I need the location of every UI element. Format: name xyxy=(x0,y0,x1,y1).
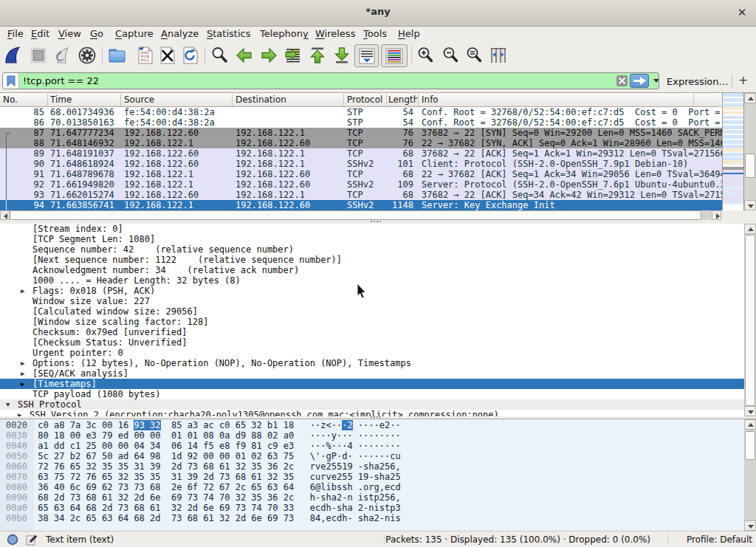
expander-icon[interactable]: ▶ xyxy=(21,379,32,389)
hex-row[interactable]: 0050 5c 27 b2 67 50 ad 64 98 1d 92 00 00… xyxy=(0,451,756,461)
column-header-protocol[interactable]: Protocol xyxy=(347,94,382,105)
detail-row-options[interactable]: ▶Options: (12 bytes), No-Operation (NOP)… xyxy=(0,358,756,368)
packet-row-85[interactable]: 8568.001734936fe:54:00:d4:38:2aSTP54Conf… xyxy=(0,107,722,117)
detail-row[interactable]: Checksum: 0x79ed [unverified] xyxy=(0,327,756,337)
packet-row-90[interactable]: 9071.648618924192.168.122.60192.168.122.… xyxy=(0,159,722,169)
first-packet-icon[interactable] xyxy=(308,46,327,65)
menu-capture[interactable]: Capture xyxy=(115,28,154,39)
start-capture-icon[interactable] xyxy=(4,46,23,65)
detail-row[interactable]: Sequence number: 42 (relative sequence n… xyxy=(0,244,756,255)
last-packet-icon[interactable] xyxy=(332,46,351,65)
hex-row[interactable]: 0040 a1 dd c1 25 00 00 04 34 06 14 f5 e8… xyxy=(0,441,756,451)
packet-row-89[interactable]: 8971.648191037192.168.122.60192.168.122.… xyxy=(0,148,722,159)
expression-button[interactable]: Expression… xyxy=(667,76,729,87)
detail-row[interactable]: [Calculated window size: 29056] xyxy=(0,306,756,317)
menu-tools[interactable]: Tools xyxy=(363,28,387,39)
detail-row[interactable]: TCP payload (1080 bytes) xyxy=(0,389,756,399)
restart-capture-icon[interactable] xyxy=(53,46,72,65)
packet-list-minimap[interactable] xyxy=(722,93,744,210)
capture-comment-button[interactable] xyxy=(26,534,38,546)
menu-file[interactable]: File xyxy=(7,28,24,39)
scroll-right-button[interactable] xyxy=(712,210,721,220)
menu-statistics[interactable]: Statistics xyxy=(207,28,250,39)
packet-list-vscrollbar[interactable] xyxy=(744,93,756,210)
detail-row[interactable]: [Checksum Status: Unverified] xyxy=(0,337,756,348)
hex-row[interactable]: 0030 80 18 00 e3 79 ed 00 00 01 01 08 0a… xyxy=(0,430,756,441)
menu-telephony[interactable]: Telephony xyxy=(260,28,309,39)
hex-row[interactable]: 0060 72 76 65 32 35 35 31 39 2d 73 68 61… xyxy=(0,461,756,472)
expert-info-button[interactable] xyxy=(7,534,18,546)
colorize-toggle[interactable] xyxy=(381,44,408,67)
hex-row[interactable]: 0020 c0 a8 7a 3c 00 16 93 32 85 a3 ac c0… xyxy=(0,420,756,430)
detail-row[interactable]: [Window size scaling factor: 128] xyxy=(0,317,756,327)
scrollbar-thumb[interactable] xyxy=(745,235,755,406)
column-header-length[interactable]: Length xyxy=(388,94,417,105)
packet-row-94-selected[interactable]: 9471.663856741192.168.122.1192.168.122.6… xyxy=(0,200,722,210)
expander-icon[interactable]: ▶ xyxy=(21,286,32,296)
clear-filter-button[interactable] xyxy=(616,75,628,86)
scrollbar-thumb[interactable] xyxy=(745,154,755,178)
status-profile[interactable]: Profile: Default xyxy=(687,534,752,545)
detail-row[interactable]: Acknowledgment number: 34 (relative ack … xyxy=(0,265,756,275)
detail-row-ssh-protocol[interactable]: ▼SSH Protocol xyxy=(0,399,750,410)
detail-row-flags[interactable]: ▶Flags: 0x018 (PSH, ACK) xyxy=(0,286,756,296)
scroll-up-button[interactable] xyxy=(744,93,756,103)
detail-row[interactable]: [TCP Segment Len: 1080] xyxy=(0,234,756,244)
hex-row[interactable]: 00a0 65 63 64 68 2d 73 68 61 32 2d 6e 69… xyxy=(0,503,756,513)
zoom-out-icon[interactable] xyxy=(441,46,461,65)
detail-row[interactable]: Window size value: 227 xyxy=(0,296,756,306)
hex-row[interactable]: 0080 36 40 6c 69 62 73 73 68 2e 6f 72 67… xyxy=(0,482,756,492)
find-packet-icon[interactable] xyxy=(210,46,230,65)
detail-row-timestamps-selected[interactable]: ▶[Timestamps] xyxy=(0,379,756,389)
hex-vscrollbar[interactable] xyxy=(744,419,756,531)
zoom-in-icon[interactable] xyxy=(416,46,436,65)
column-header-info[interactable]: Info xyxy=(422,94,439,105)
expander-icon[interactable]: ▼ xyxy=(6,399,18,410)
go-to-packet-icon[interactable] xyxy=(284,46,303,65)
packet-row-86[interactable]: 8670.013850163fe:54:00:d4:38:2aSTP54Conf… xyxy=(0,117,722,128)
menu-edit[interactable]: Edit xyxy=(31,28,49,39)
scrollbar-thumb[interactable] xyxy=(745,431,755,460)
menu-analyze[interactable]: Analyze xyxy=(161,28,199,39)
detail-row-seq-ack[interactable]: ▶[SEQ/ACK analysis] xyxy=(0,368,756,379)
menu-view[interactable]: View xyxy=(58,28,81,39)
scroll-up-button[interactable] xyxy=(744,224,756,234)
scroll-down-button[interactable] xyxy=(744,406,756,416)
column-header-no[interactable]: No. xyxy=(3,94,18,105)
packet-row-91[interactable]: 9171.648789678192.168.122.1192.168.122.6… xyxy=(0,169,722,179)
packet-row-87[interactable]: 8771.647777234192.168.122.60192.168.122.… xyxy=(0,128,722,138)
scroll-down-button[interactable] xyxy=(744,200,756,210)
detail-row[interactable]: 1000 .... = Header Length: 32 bytes (8) xyxy=(0,275,756,286)
open-file-icon[interactable] xyxy=(108,46,127,65)
expander-icon[interactable]: ▶ xyxy=(21,358,32,368)
scroll-up-button[interactable] xyxy=(744,419,756,430)
add-filter-button[interactable]: + xyxy=(738,73,748,87)
zoom-original-icon[interactable] xyxy=(465,46,484,65)
packet-row-93[interactable]: 9371.662015274192.168.122.60192.168.122.… xyxy=(0,190,722,200)
menu-wireless[interactable]: Wireless xyxy=(315,28,355,39)
auto-scroll-toggle[interactable] xyxy=(354,44,379,67)
scroll-down-button[interactable] xyxy=(744,520,756,531)
detail-row[interactable]: [Next sequence number: 1122 (relative se… xyxy=(0,255,756,265)
packet-row-92[interactable]: 9271.661949820192.168.122.1192.168.122.6… xyxy=(0,179,722,190)
close-file-icon[interactable] xyxy=(158,46,177,65)
stop-capture-icon[interactable] xyxy=(29,46,48,65)
expander-icon[interactable]: ▶ xyxy=(21,368,32,379)
filter-history-dropdown[interactable] xyxy=(653,79,659,83)
scrollbar-thumb[interactable] xyxy=(10,210,701,220)
detail-row[interactable]: [Stream index: 0] xyxy=(0,224,756,234)
expander-icon[interactable]: ▶ xyxy=(18,410,30,416)
display-filter-input[interactable]: !tcp.port == 22 xyxy=(2,72,659,89)
save-file-icon[interactable]: 010101100111 xyxy=(136,46,155,65)
reload-file-icon[interactable] xyxy=(181,46,200,65)
detail-row[interactable]: Urgent pointer: 0 xyxy=(0,348,756,358)
resize-columns-icon[interactable] xyxy=(489,46,508,65)
menu-help[interactable]: Help xyxy=(398,28,420,39)
close-icon[interactable]: ✕ xyxy=(735,6,749,19)
packet-list-hscrollbar[interactable] xyxy=(0,210,721,220)
menu-go[interactable]: Go xyxy=(90,28,103,39)
detail-row-ssh-version[interactable]: ▶SSH Version 2 (encryption:chacha20-poly… xyxy=(0,410,756,416)
previous-packet-icon[interactable] xyxy=(235,46,254,65)
hex-row[interactable]: 0070 63 75 72 76 65 32 35 35 31 39 2d 73… xyxy=(0,472,756,482)
scroll-left-button[interactable] xyxy=(0,210,10,220)
